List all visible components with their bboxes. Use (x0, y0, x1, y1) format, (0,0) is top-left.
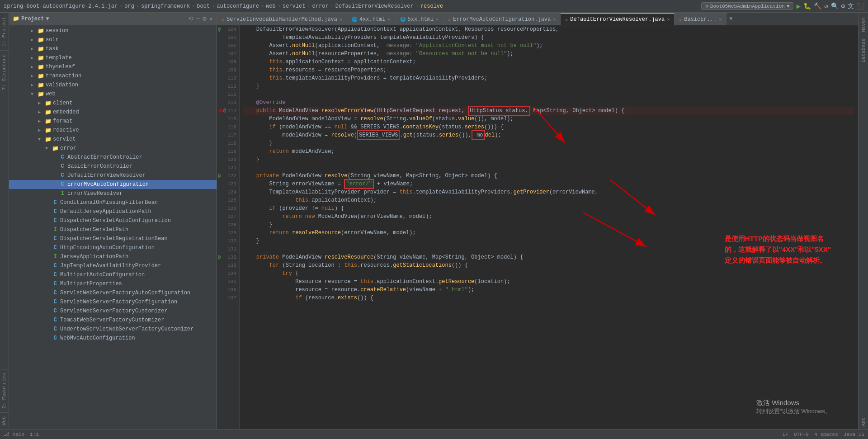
tab-overflow[interactable]: ▼ (726, 13, 735, 25)
folder-icon: 📁 (44, 109, 52, 116)
project-tree: ▶ 📁 session ▶ 📁 solr ▶ 📁 task ▶ 📁 templ (9, 25, 217, 429)
tree-item-ServletWebServerFactoryCustomizer[interactable]: C ServletWebServerFactoryCustomizer (9, 307, 217, 316)
tree-item-DefaultJerseyApplicationPath[interactable]: C DefaultJerseyApplicationPath (9, 207, 217, 216)
tree-item-transaction[interactable]: ▶ 📁 transaction (9, 71, 217, 80)
item-label: ServletWebServerFactoryConfiguration (60, 299, 177, 305)
favorites-tab[interactable]: 2: Favorites (0, 369, 9, 412)
sync-button[interactable]: ↺ (824, 2, 828, 10)
code-line-104: DefaultErrorViewResolver(ApplicationCont… (243, 25, 854, 33)
tree-item-reactive[interactable]: ▶ 📁 reactive (9, 126, 217, 135)
tab-DefaultErrorViewResolver[interactable]: ☕ DefaultErrorViewResolver.java ✕ (561, 13, 675, 25)
tree-item-ConditionalOnMissingFilterBean[interactable]: C ConditionalOnMissingFilterBean (9, 198, 217, 207)
indent-info[interactable]: 4 spaces (814, 432, 838, 437)
tab-5xx[interactable]: 🌐 5xx.html ✕ (396, 13, 444, 25)
item-label: web (46, 91, 56, 97)
structure-tab[interactable]: 7: Structure (0, 50, 9, 94)
tree-item-MultipartProperties[interactable]: C MultipartProperties (9, 279, 217, 288)
tree-item-DispatcherServletPath[interactable]: I DispatcherServletPath (9, 225, 217, 234)
item-label: ConditionalOnMissingFilterBean (60, 199, 158, 206)
settings-icon[interactable]: ⚙ (841, 2, 845, 10)
tree-item-BasicErrorController[interactable]: C BasicErrorController (9, 162, 217, 171)
tab-label: BasicEr... (684, 16, 717, 23)
tree-item-WebMvcAutoConfiguration[interactable]: C WebMvcAutoConfiguration (9, 334, 217, 343)
tree-item-DefaultErrorViewResolver[interactable]: C DefaultErrorViewResolver (9, 171, 217, 180)
left-vtabs: 1: Project 7: Structure 2: Favorites Web (0, 13, 9, 429)
sync-project-icon[interactable]: ⟲ (188, 15, 193, 23)
run-button[interactable]: ▶ (796, 2, 801, 11)
tree-item-format[interactable]: ▶ 📁 format (9, 117, 217, 126)
tree-item-error[interactable]: ▼ 📁 error (9, 144, 217, 153)
project-dropdown-icon[interactable]: ▼ (46, 16, 49, 22)
search-icon[interactable]: 🔍 (831, 2, 839, 10)
tab-ErrorMvcAutoConfiguration[interactable]: ☕ ErrorMvcAutoConfiguration.java ✕ (443, 13, 561, 25)
code-line-130: } (243, 237, 854, 245)
git-branch[interactable]: ⎇ main (4, 431, 24, 437)
tree-item-TomcatWebServerFactoryCustomizer[interactable]: C TomcatWebServerFactoryCustomizer (9, 316, 217, 325)
tree-item-ServletWebServerFactoryConfiguration[interactable]: C ServletWebServerFactoryConfiguration (9, 297, 217, 307)
tree-item-client[interactable]: ▶ 📁 client (9, 99, 217, 108)
maven-tab[interactable]: Maven (859, 14, 868, 35)
ant-tab[interactable]: Ant (859, 415, 868, 429)
project-tab[interactable]: 1: Project (0, 13, 9, 50)
tab-ServletInvocableHandlerMethod[interactable]: ☕ ServletInvocableHandlerMethod.java ✕ (217, 13, 347, 25)
code-line-112 (243, 90, 854, 99)
collapse-icon[interactable]: − (196, 15, 200, 23)
close-icon[interactable]: ✕ (340, 17, 342, 22)
tree-item-JerseyApplicationPath[interactable]: I JerseyApplicationPath (9, 252, 217, 261)
hide-panel-icon[interactable]: ✕ (209, 15, 213, 23)
tree-item-validation[interactable]: ▶ 📁 validation (9, 80, 217, 90)
tree-item-ServletWebServerFactoryAutoConfiguration[interactable]: C ServletWebServerFactoryAutoConfigurati… (9, 288, 217, 297)
close-icon[interactable]: ✕ (553, 17, 556, 22)
tree-item-task[interactable]: ▶ 📁 task (9, 44, 217, 53)
tree-item-ErrorMvcAutoConfiguration[interactable]: C ErrorMvcAutoConfiguration (9, 180, 217, 189)
gutter-line-132: @ 132 (217, 253, 239, 261)
tree-item-MultipartAutoConfiguration[interactable]: C MultipartAutoConfiguration (9, 270, 217, 279)
close-icon[interactable]: ✕ (719, 17, 722, 22)
settings-gear-icon[interactable]: ⚙ (203, 15, 206, 23)
run-config[interactable]: ⚙ Boot05WebAdminApplication ▼ (701, 2, 793, 10)
debug-button[interactable]: 🐛 (803, 2, 811, 10)
editor-area: ☕ ServletInvocableHandlerMethod.java ✕ 🌐… (217, 13, 858, 429)
tab-4xx[interactable]: 🌐 4xx.html ✕ (347, 13, 396, 25)
terminal-icon[interactable]: ⬛ (857, 2, 864, 10)
code-editor[interactable]: DefaultErrorViewResolver(ApplicationCont… (240, 25, 858, 429)
close-icon[interactable]: ✕ (436, 17, 439, 22)
tree-item-DispatcherServletRegistrationBean[interactable]: C DispatcherServletRegistrationBean (9, 234, 217, 243)
line-separator[interactable]: LF (783, 432, 788, 437)
build-button[interactable]: 🔨 (814, 2, 821, 10)
folder-icon: 📁 (37, 73, 44, 80)
class-icon: C (59, 163, 66, 170)
gutter-line-125: 125 (217, 196, 239, 204)
tree-item-AbstractErrorController[interactable]: C AbstractErrorController (9, 153, 217, 162)
tree-item-template[interactable]: ▶ 📁 template (9, 53, 217, 62)
tree-item-web[interactable]: ▼ 📁 web (9, 90, 217, 99)
tree-item-servlet[interactable]: ▼ 📁 servlet (9, 135, 217, 144)
tree-item-session[interactable]: ▶ 📁 session (9, 26, 217, 35)
close-icon[interactable]: ✕ (388, 17, 391, 22)
encoding[interactable]: UTF-8 (794, 432, 809, 437)
tree-item-thymeleaf[interactable]: ▶ 📁 thymeleaf (9, 62, 217, 71)
tree-item-embedded[interactable]: ▶ 📁 embedded (9, 108, 217, 117)
bc-jar[interactable]: spring-boot-autoconfigure-2.4.1.jar (4, 3, 118, 9)
arrow-icon: ▶ (31, 55, 37, 61)
gutter-line-110: 110 (217, 74, 239, 82)
tree-item-UndertowServletWebServerFactoryCustomizer[interactable]: C UndertowServletWebServerFactoryCustomi… (9, 325, 217, 334)
tab-BasicErrorController[interactable]: ☕ BasicEr... ✕ (675, 13, 726, 25)
tree-item-JspTemplateAvailabilityProvider[interactable]: C JspTemplateAvailabilityProvider (9, 261, 217, 270)
arrow-icon: ▼ (45, 146, 52, 151)
tree-item-ErrorViewResolver[interactable]: I ErrorViewResolver (9, 189, 217, 198)
web-tab[interactable]: Web (0, 412, 9, 429)
class-icon: C (59, 172, 66, 179)
database-tab[interactable]: Database (859, 36, 868, 65)
close-icon[interactable]: ✕ (667, 17, 670, 22)
tree-item-solr[interactable]: ▶ 📁 solr (9, 35, 217, 44)
main-layout: 1: Project 7: Structure 2: Favorites Web… (0, 13, 868, 429)
code-line-115: ModelAndView modelAndView = resolve(Stri… (243, 115, 854, 123)
translate-icon[interactable]: 文 (848, 2, 854, 10)
java-icon: ☕ (679, 17, 682, 22)
tree-item-DispatcherServletAutoConfiguration[interactable]: C DispatcherServletAutoConfiguration (9, 216, 217, 225)
code-line-132: private ModelAndView resolveResource(Str… (243, 253, 854, 261)
tree-item-HttpEncodingAutoConfiguration[interactable]: C HttpEncodingAutoConfiguration (9, 243, 217, 252)
gutter-line-118: 118 (217, 139, 239, 147)
java-icon: ☕ (565, 17, 568, 22)
